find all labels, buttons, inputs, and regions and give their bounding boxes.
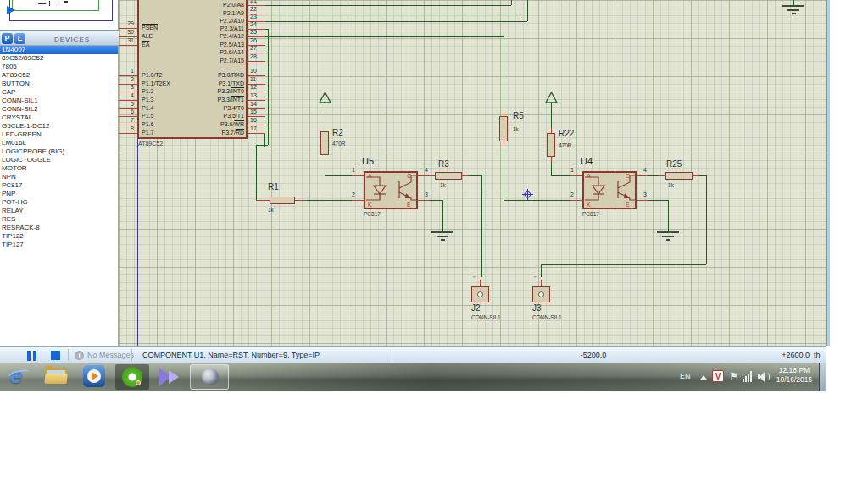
mcu-pin-label: ALE	[142, 33, 194, 40]
clock-tray[interactable]: 12:16 PM 10/16/2015	[770, 366, 819, 388]
device-list-item[interactable]: TIP127	[0, 241, 118, 249]
device-list-item[interactable]: PC817	[0, 181, 118, 190]
pause-bar	[27, 351, 31, 361]
device-list-item[interactable]: CAP	[0, 88, 118, 97]
wire-segment	[325, 160, 326, 175]
resistor-value-label: 470R	[559, 142, 572, 148]
device-list-item[interactable]: MOTOR	[0, 164, 118, 173]
resistor-r3[interactable]	[435, 172, 462, 180]
device-list-item[interactable]: PNP	[0, 190, 118, 198]
mcu-pin-label: P1.6	[142, 121, 194, 128]
device-list-item[interactable]: RES	[0, 215, 118, 224]
device-list-item[interactable]: NPN	[0, 173, 118, 181]
library-button[interactable]: L	[14, 33, 25, 44]
language-indicator[interactable]: EN	[680, 372, 691, 381]
opto-pin-number: 2	[570, 191, 574, 198]
device-list-item[interactable]: CONN-SIL1	[0, 97, 118, 105]
optocoupler-u5[interactable]: ACKE	[364, 171, 418, 209]
resistor-r22[interactable]	[547, 133, 555, 157]
resistor-r1[interactable]	[270, 197, 295, 204]
mcu-pin-label: P3.5/T1	[190, 113, 244, 119]
device-list-item[interactable]: RELAY	[0, 207, 118, 215]
hidden-icons-chevron[interactable]	[700, 375, 707, 380]
wire-segment	[264, 133, 265, 147]
mcu-pin-label: P1.7	[142, 130, 194, 136]
power-arrow-symbol	[319, 92, 331, 103]
mcu-pin-number: 29	[120, 20, 134, 27]
mcu-pin-stub	[248, 61, 265, 62]
pin-stub	[428, 175, 435, 176]
action-center-flag-icon[interactable]: ⚑	[729, 369, 738, 383]
mcu-pin-label: P2.4/A12	[190, 33, 244, 40]
wire-segment	[527, 0, 528, 21]
wire-segment	[268, 29, 269, 145]
stop-button[interactable]	[51, 351, 60, 360]
device-list-item[interactable]: TIP122	[0, 232, 118, 241]
opto-pin-letter: A	[368, 173, 372, 180]
opto-ref-label: U4	[581, 156, 593, 166]
desktop-screen: AT89C52 29PSEN30ALE31EA1P1.0/T22P1.1/T2E…	[0, 0, 868, 488]
opto-internal-symbol	[584, 173, 638, 211]
active-app-taskbar-button[interactable]	[190, 364, 229, 390]
disc-app-button[interactable]	[115, 364, 149, 390]
wire-segment	[256, 147, 264, 147]
volume-icon[interactable]	[758, 371, 770, 382]
pin-stub	[352, 175, 364, 176]
antivirus-tray-icon[interactable]: V	[712, 370, 724, 382]
show-desktop-button[interactable]	[819, 363, 826, 391]
mcu-pin-label: P1.0/T2	[142, 72, 194, 79]
browser-icon[interactable]: e	[7, 363, 32, 389]
network-signal-icon[interactable]	[743, 371, 754, 382]
mcu-pin-number: 27	[250, 45, 264, 52]
pause-button[interactable]	[27, 351, 36, 361]
device-list-item[interactable]: POT-HG	[0, 198, 118, 207]
device-list-item[interactable]: CRYSTAL	[0, 114, 118, 122]
device-list-item[interactable]: 1N4007	[0, 46, 118, 54]
device-list-item[interactable]: LOGICPROBE (BIG)	[0, 147, 118, 156]
mcu-pin-stub	[119, 133, 137, 134]
media-player-icon[interactable]	[83, 365, 105, 387]
optocoupler-u4[interactable]: ACKE	[582, 171, 637, 209]
opto-pin-number: 1	[570, 167, 574, 174]
device-list-item[interactable]: LOGICTOGGLE	[0, 156, 118, 164]
ground-symbol-bar	[657, 231, 679, 233]
opto-pin-letter: K	[587, 202, 591, 208]
mcu-pin-label: P2.1/A9	[190, 10, 244, 17]
device-list-item[interactable]: LM016L	[0, 139, 118, 147]
pin-stub	[418, 200, 430, 201]
device-list-item[interactable]: G5CLE-1-DC12	[0, 122, 118, 130]
folder-explorer-icon[interactable]	[44, 366, 68, 386]
resistor-r2[interactable]	[320, 131, 329, 155]
purple-player-icon[interactable]	[159, 366, 183, 388]
mcu-pin-number: 30	[120, 29, 134, 36]
mcu-pin-number: 24	[250, 21, 264, 28]
schematic-right-edge[interactable]	[826, 0, 830, 346]
resistor-r5[interactable]	[499, 116, 508, 141]
resistor-ref-label: R5	[513, 111, 524, 120]
device-list-item[interactable]: LED-GREEN	[0, 130, 118, 139]
device-list-item[interactable]: 7805	[0, 63, 118, 71]
device-list-item[interactable]: BUTTON	[0, 80, 118, 88]
device-list-item[interactable]: RESPACK-8	[0, 224, 118, 232]
taskbar-top-highlight	[0, 363, 826, 363]
resistor-r25[interactable]	[665, 172, 693, 180]
mcu-pin-number: 2	[120, 76, 134, 83]
device-list-item[interactable]: AT89C52	[0, 71, 118, 80]
mcu-pin-number: 11	[250, 76, 264, 83]
media-player-play-glyph	[92, 372, 98, 380]
wire-segment	[265, 5, 511, 6]
pick-devices-button[interactable]: P	[2, 33, 13, 44]
mcu-pin-number: 10	[250, 68, 264, 75]
wire-segment	[481, 175, 482, 277]
device-list[interactable]: 1N400789C52/89C527805AT89C52BUTTONCAPCON…	[0, 46, 119, 346]
statusbar-message: COMPONENT U1, Name=RST, Number=9, Type=I…	[142, 350, 320, 360]
device-list-item[interactable]: 89C52/89C52	[0, 54, 118, 63]
play-button[interactable]	[7, 6, 15, 14]
schematic-canvas[interactable]: AT89C52 29PSEN30ALE31EA1P1.0/T22P1.1/T2E…	[119, 0, 826, 346]
opto-pin-letter: E	[626, 202, 630, 208]
schematic-overview-panel[interactable]	[0, 0, 119, 30]
wire-segment	[706, 175, 707, 264]
info-icon: i	[75, 351, 84, 360]
origin-marker	[522, 189, 533, 200]
device-list-item[interactable]: CONN-SIL2	[0, 105, 118, 114]
